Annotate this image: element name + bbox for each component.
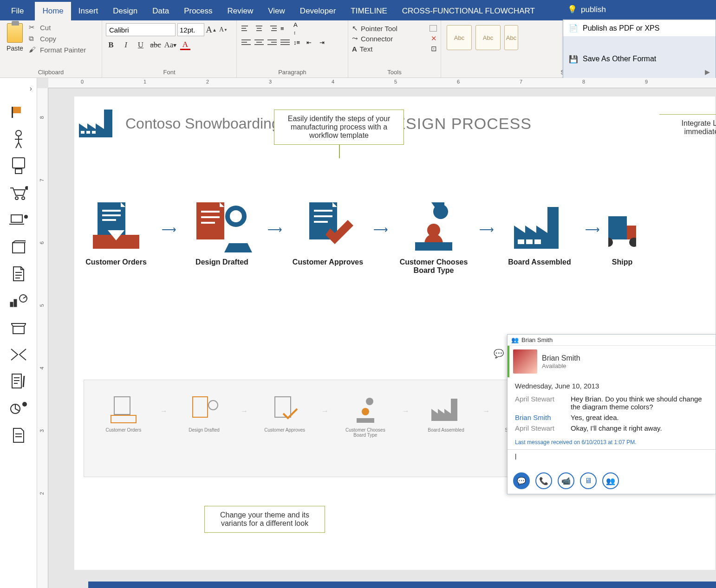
stencil-open-box[interactable] [8, 317, 29, 338]
lync-chat-window[interactable]: 👥Brian Smith 💬 Brian Smith Available Wed… [507, 334, 716, 494]
svg-rect-4 [15, 169, 22, 174]
chat-contact-name: Brian Smith [542, 354, 580, 362]
callout-workflow: Easily identify the steps of your manufa… [274, 110, 404, 145]
tab-review[interactable]: Review [220, 2, 261, 20]
chat-bubble-icon[interactable]: 💬 [494, 349, 504, 359]
tools-label: Tools [352, 68, 437, 76]
tab-data[interactable]: Data [145, 2, 176, 20]
font-color-button[interactable]: A [180, 40, 190, 50]
align-right[interactable] [267, 37, 278, 47]
step-icon-shipped [608, 198, 636, 253]
connector-tool[interactable]: ⤳Connector✕ [352, 33, 437, 44]
text-tool[interactable]: AText⊡ [352, 44, 437, 54]
stencil-doc2[interactable] [8, 425, 29, 446]
tab-process[interactable]: Process [176, 2, 220, 20]
chat-call-button[interactable]: 📞 [535, 472, 552, 489]
line-spacing[interactable]: ↕≡ [293, 37, 304, 47]
stencil-kiosk[interactable] [8, 156, 29, 176]
svg-rect-3 [13, 158, 25, 168]
pdf-icon: 📄 [569, 24, 578, 32]
text-height[interactable]: A↕ [293, 23, 304, 33]
chat-present-button[interactable]: 🖥 [580, 472, 597, 489]
chat-participants-button[interactable]: 👥 [602, 472, 619, 489]
stencil-pie-person[interactable] [8, 398, 29, 419]
shapes-panel: › [0, 78, 37, 588]
svg-point-36 [208, 401, 218, 410]
tab-developer[interactable]: Developer [293, 2, 344, 20]
canvas[interactable]: 0 1 2 3 4 5 6 7 8 9 8 7 6 5 4 3 2 Contos… [37, 78, 716, 588]
stencil-doc[interactable] [8, 264, 29, 284]
case-button[interactable]: Aa▾ [165, 40, 176, 50]
chat-im-button[interactable]: 💬 [513, 472, 530, 489]
chat-title-bar[interactable]: 👥Brian Smith [508, 335, 716, 346]
variant-preview: Customer Orders → Design Drafted → Custo… [84, 380, 566, 477]
align-top-center[interactable] [254, 23, 265, 33]
bullets-button[interactable]: ≡ [280, 23, 291, 33]
stencil-doc-pen[interactable] [8, 371, 29, 392]
underline-button[interactable]: U [136, 40, 146, 50]
tab-file[interactable]: File [0, 2, 35, 20]
dec-indent[interactable]: ⇤ [306, 37, 317, 47]
tab-insert[interactable]: Insert [71, 2, 106, 20]
shape-style-3[interactable]: Abc [504, 25, 518, 50]
svg-rect-10 [13, 243, 25, 253]
drawing-page[interactable]: Contoso Snowboarding CUSTOM DESIGN PROCE… [74, 97, 715, 570]
text-icon: A [352, 45, 357, 53]
stencil-box[interactable] [8, 237, 29, 257]
font-family-select[interactable] [106, 23, 176, 36]
svg-point-5 [15, 197, 18, 200]
increase-font-icon[interactable]: A▲ [206, 25, 216, 35]
svg-rect-34 [114, 397, 130, 414]
strike-button[interactable]: abc [150, 40, 161, 50]
company-name: Contoso Snowboarding [125, 115, 280, 132]
cut-button[interactable]: ✂Cut [29, 23, 86, 32]
stencil-laptop-person[interactable] [8, 210, 29, 230]
stencil-cart-person[interactable] [8, 183, 29, 203]
collapse-shapes[interactable]: › [25, 82, 37, 96]
align-top-right[interactable] [267, 23, 278, 33]
chat-input[interactable]: | [508, 449, 716, 468]
font-size-select[interactable] [177, 23, 204, 36]
decrease-font-icon[interactable]: A▼ [218, 25, 228, 35]
format-painter-button[interactable]: 🖌Format Painter [29, 45, 86, 54]
svg-rect-17 [81, 131, 85, 134]
svg-rect-27 [518, 239, 524, 244]
svg-point-7 [26, 187, 28, 189]
copy-button[interactable]: ⧉Copy [29, 34, 86, 43]
italic-button[interactable]: I [121, 40, 131, 50]
copy-icon: ⧉ [29, 34, 37, 43]
bold-button[interactable]: B [106, 40, 116, 50]
align-left[interactable] [241, 37, 252, 47]
tellme-publish-pdf[interactable]: 📄Publish as PDF or XPS [563, 20, 716, 36]
step-icon-choose [406, 198, 462, 253]
tab-view[interactable]: View [260, 2, 293, 20]
tellme-save-other[interactable]: 💾Save As Other Format▸ [563, 36, 716, 82]
pointer-tool[interactable]: ↖Pointer Tool [352, 23, 437, 33]
stencil-flag[interactable] [8, 102, 29, 123]
shape-style-2[interactable]: Abc [475, 25, 501, 50]
stencil-arrows-cross[interactable] [8, 344, 29, 365]
tab-design[interactable]: Design [105, 2, 145, 20]
tab-home[interactable]: Home [35, 2, 71, 20]
ruler-vertical: 8 7 6 5 4 3 2 [37, 88, 48, 588]
svg-rect-35 [193, 397, 208, 417]
tab-timeline[interactable]: TIMELINE [343, 2, 394, 20]
step-icon-draft [192, 198, 252, 253]
stencil-chart[interactable] [8, 291, 29, 311]
tellme-input[interactable]: 💡 publish [563, 0, 716, 19]
scissors-icon: ✂ [29, 23, 37, 32]
align-top-left[interactable] [241, 23, 252, 33]
shape-style-1[interactable]: Abc [447, 25, 472, 50]
avatar [513, 349, 537, 374]
tab-cross-functional[interactable]: CROSS-FUNCTIONAL FLOWCHART [395, 2, 542, 20]
clipboard-label: Clipboard [4, 68, 98, 76]
chevron-right-icon: ▸ [705, 66, 710, 78]
lightbulb-icon: 💡 [567, 5, 577, 14]
chat-video-button[interactable]: 📹 [558, 472, 574, 489]
justify[interactable] [280, 37, 291, 47]
align-center[interactable] [254, 37, 265, 47]
paste-button[interactable]: Paste [4, 23, 26, 52]
cursor-icon: ↖ [352, 24, 358, 32]
inc-indent[interactable]: ⇥ [319, 37, 330, 47]
stencil-person[interactable] [8, 129, 29, 149]
